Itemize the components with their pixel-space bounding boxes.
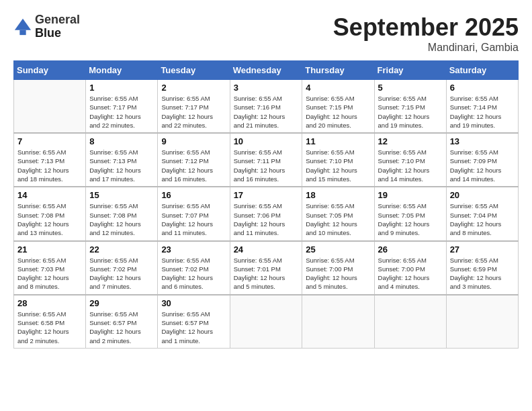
day-number: 15 (89, 190, 154, 200)
calendar-day-cell (446, 295, 518, 349)
day-number: 16 (161, 190, 226, 200)
logo-icon (13, 17, 32, 36)
day-info: Sunrise: 6:55 AM Sunset: 7:00 PM Dayligh… (378, 256, 443, 291)
logo-text: General Blue (35, 13, 80, 40)
day-info: Sunrise: 6:55 AM Sunset: 7:02 PM Dayligh… (161, 256, 226, 291)
day-number: 12 (378, 136, 443, 146)
day-info: Sunrise: 6:55 AM Sunset: 6:59 PM Dayligh… (450, 256, 515, 291)
day-info: Sunrise: 6:55 AM Sunset: 7:04 PM Dayligh… (450, 201, 515, 237)
calendar-day-cell (302, 295, 374, 349)
day-info: Sunrise: 6:55 AM Sunset: 6:57 PM Dayligh… (161, 310, 226, 345)
calendar-header-row: SundayMondayTuesdayWednesdayThursdayFrid… (14, 61, 519, 80)
day-number: 17 (234, 190, 299, 200)
calendar-day-cell: 15Sunrise: 6:55 AM Sunset: 7:08 PM Dayli… (86, 187, 158, 240)
calendar-day-cell: 30Sunrise: 6:55 AM Sunset: 6:57 PM Dayli… (158, 295, 230, 349)
page-header: General Blue September 2025 Mandinari, G… (13, 13, 519, 54)
calendar-day-cell: 2Sunrise: 6:55 AM Sunset: 7:17 PM Daylig… (158, 80, 230, 134)
calendar-day-cell: 16Sunrise: 6:55 AM Sunset: 7:07 PM Dayli… (158, 187, 230, 240)
day-number: 26 (378, 244, 443, 255)
calendar-day-cell: 17Sunrise: 6:55 AM Sunset: 7:06 PM Dayli… (230, 187, 302, 240)
day-number: 23 (161, 244, 226, 255)
day-number: 1 (89, 83, 154, 93)
month-title: September 2025 (333, 13, 519, 42)
day-number: 2 (161, 83, 226, 93)
weekday-header: Monday (86, 61, 158, 80)
calendar-day-cell: 4Sunrise: 6:55 AM Sunset: 7:15 PM Daylig… (302, 80, 374, 134)
calendar-day-cell: 24Sunrise: 6:55 AM Sunset: 7:01 PM Dayli… (230, 241, 302, 295)
weekday-header: Tuesday (158, 61, 230, 80)
calendar-day-cell: 12Sunrise: 6:55 AM Sunset: 7:10 PM Dayli… (374, 133, 446, 187)
day-number: 19 (378, 190, 443, 200)
title-area: September 2025 Mandinari, Gambia (333, 13, 519, 54)
day-info: Sunrise: 6:55 AM Sunset: 7:13 PM Dayligh… (17, 148, 82, 183)
day-info: Sunrise: 6:55 AM Sunset: 7:12 PM Dayligh… (161, 148, 226, 183)
logo-line2: Blue (35, 27, 80, 40)
day-info: Sunrise: 6:55 AM Sunset: 7:10 PM Dayligh… (306, 148, 370, 183)
weekday-header: Sunday (14, 61, 86, 80)
logo-line1: General (35, 13, 80, 27)
day-number: 10 (234, 136, 299, 146)
day-info: Sunrise: 6:55 AM Sunset: 7:08 PM Dayligh… (17, 201, 82, 237)
day-number: 6 (450, 83, 515, 93)
day-info: Sunrise: 6:55 AM Sunset: 7:14 PM Dayligh… (450, 94, 515, 130)
day-number: 30 (161, 298, 226, 308)
calendar-week-row: 21Sunrise: 6:55 AM Sunset: 7:03 PM Dayli… (14, 241, 519, 295)
weekday-header: Saturday (446, 61, 518, 80)
calendar-day-cell: 26Sunrise: 6:55 AM Sunset: 7:00 PM Dayli… (374, 241, 446, 295)
day-number: 9 (161, 136, 226, 146)
weekday-header: Wednesday (230, 61, 302, 80)
calendar-day-cell: 10Sunrise: 6:55 AM Sunset: 7:11 PM Dayli… (230, 133, 302, 187)
calendar-day-cell: 13Sunrise: 6:55 AM Sunset: 7:09 PM Dayli… (446, 133, 518, 187)
calendar-week-row: 7Sunrise: 6:55 AM Sunset: 7:13 PM Daylig… (14, 133, 519, 187)
calendar-day-cell: 23Sunrise: 6:55 AM Sunset: 7:02 PM Dayli… (158, 241, 230, 295)
day-number: 29 (89, 298, 154, 308)
day-number: 8 (89, 136, 154, 146)
calendar-day-cell: 1Sunrise: 6:55 AM Sunset: 7:17 PM Daylig… (86, 80, 158, 134)
calendar-day-cell: 27Sunrise: 6:55 AM Sunset: 6:59 PM Dayli… (446, 241, 518, 295)
day-number: 3 (234, 83, 299, 93)
day-info: Sunrise: 6:55 AM Sunset: 7:01 PM Dayligh… (234, 256, 299, 291)
weekday-header: Thursday (302, 61, 374, 80)
day-info: Sunrise: 6:55 AM Sunset: 7:06 PM Dayligh… (234, 201, 299, 237)
calendar-table: SundayMondayTuesdayWednesdayThursdayFrid… (13, 60, 519, 349)
day-number: 27 (450, 244, 515, 255)
day-info: Sunrise: 6:55 AM Sunset: 7:03 PM Dayligh… (17, 256, 82, 291)
day-number: 21 (17, 244, 82, 255)
calendar-day-cell (14, 80, 86, 134)
day-number: 7 (17, 136, 82, 146)
calendar-day-cell: 9Sunrise: 6:55 AM Sunset: 7:12 PM Daylig… (158, 133, 230, 187)
calendar-day-cell: 28Sunrise: 6:55 AM Sunset: 6:58 PM Dayli… (14, 295, 86, 349)
day-info: Sunrise: 6:55 AM Sunset: 7:16 PM Dayligh… (234, 94, 299, 130)
day-number: 20 (450, 190, 515, 200)
calendar-day-cell: 3Sunrise: 6:55 AM Sunset: 7:16 PM Daylig… (230, 80, 302, 134)
calendar-day-cell: 18Sunrise: 6:55 AM Sunset: 7:05 PM Dayli… (302, 187, 374, 240)
calendar-day-cell: 6Sunrise: 6:55 AM Sunset: 7:14 PM Daylig… (446, 80, 518, 134)
day-info: Sunrise: 6:55 AM Sunset: 7:05 PM Dayligh… (306, 201, 370, 237)
calendar-day-cell: 25Sunrise: 6:55 AM Sunset: 7:00 PM Dayli… (302, 241, 374, 295)
day-info: Sunrise: 6:55 AM Sunset: 7:00 PM Dayligh… (306, 256, 370, 291)
svg-rect-1 (19, 30, 26, 34)
day-number: 28 (17, 298, 82, 308)
calendar-day-cell: 11Sunrise: 6:55 AM Sunset: 7:10 PM Dayli… (302, 133, 374, 187)
calendar-day-cell: 7Sunrise: 6:55 AM Sunset: 7:13 PM Daylig… (14, 133, 86, 187)
day-info: Sunrise: 6:55 AM Sunset: 7:07 PM Dayligh… (161, 201, 226, 237)
svg-marker-0 (15, 19, 31, 30)
calendar-week-row: 1Sunrise: 6:55 AM Sunset: 7:17 PM Daylig… (14, 80, 519, 134)
day-info: Sunrise: 6:55 AM Sunset: 6:58 PM Dayligh… (17, 310, 82, 345)
day-info: Sunrise: 6:55 AM Sunset: 7:08 PM Dayligh… (89, 201, 154, 237)
day-number: 5 (378, 83, 443, 93)
day-number: 4 (306, 83, 370, 93)
calendar-day-cell: 29Sunrise: 6:55 AM Sunset: 6:57 PM Dayli… (86, 295, 158, 349)
calendar-day-cell: 8Sunrise: 6:55 AM Sunset: 7:13 PM Daylig… (86, 133, 158, 187)
day-number: 14 (17, 190, 82, 200)
calendar-day-cell: 14Sunrise: 6:55 AM Sunset: 7:08 PM Dayli… (14, 187, 86, 240)
day-info: Sunrise: 6:55 AM Sunset: 7:05 PM Dayligh… (378, 201, 443, 237)
day-info: Sunrise: 6:55 AM Sunset: 7:13 PM Dayligh… (89, 148, 154, 183)
calendar-day-cell (230, 295, 302, 349)
logo: General Blue (13, 13, 80, 40)
day-number: 22 (89, 244, 154, 255)
day-info: Sunrise: 6:55 AM Sunset: 7:02 PM Dayligh… (89, 256, 154, 291)
day-info: Sunrise: 6:55 AM Sunset: 7:17 PM Dayligh… (161, 94, 226, 130)
day-number: 13 (450, 136, 515, 146)
calendar-day-cell: 19Sunrise: 6:55 AM Sunset: 7:05 PM Dayli… (374, 187, 446, 240)
